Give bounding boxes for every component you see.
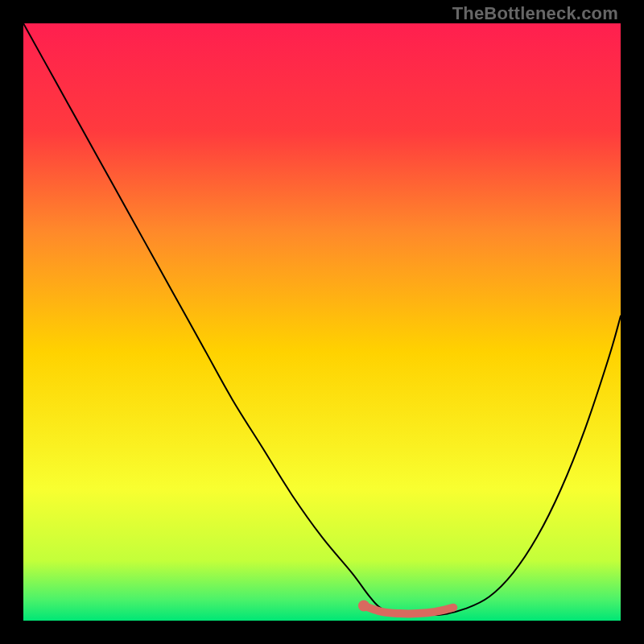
plot-area	[23, 23, 621, 621]
curve-layer	[23, 23, 621, 621]
highlight-segment	[364, 605, 453, 613]
chart-stage: TheBottleneck.com	[0, 0, 644, 644]
highlight-dot-start	[358, 600, 369, 611]
watermark-text: TheBottleneck.com	[452, 3, 618, 24]
bottleneck-curve	[23, 23, 621, 615]
